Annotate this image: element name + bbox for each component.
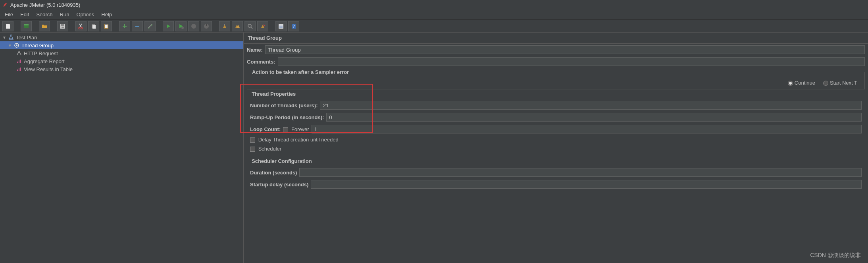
help-button[interactable]: ? [288,21,299,31]
paste-button[interactable] [101,21,112,31]
svg-rect-24 [17,62,18,63]
copy-button[interactable] [88,21,99,31]
svg-point-14 [191,24,196,29]
num-threads-input[interactable] [320,101,862,110]
thread-properties-fieldset: Thread Properties Number of Threads (use… [247,91,865,157]
menu-options[interactable]: Options [73,10,97,19]
svg-rect-11 [105,25,108,28]
checkbox-icon [283,127,288,132]
comments-input[interactable] [278,57,865,66]
stop-button[interactable] [188,21,199,31]
new-button[interactable] [2,21,13,31]
svg-rect-2 [24,24,29,25]
startup-row: Startup delay (seconds) [250,178,862,190]
menu-file[interactable]: File [2,10,16,19]
scheduler-checkbox[interactable]: Scheduler [250,146,281,152]
name-row: Name: [244,44,868,56]
tree-item-view-results[interactable]: View Results in Table [0,65,243,73]
cut-button[interactable] [75,21,87,31]
loop-row: Loop Count: Forever [250,123,862,135]
svg-rect-29 [20,68,21,71]
tree-panel: ▼ Test Plan ▼ Thread Group HTTP Request … [0,33,244,263]
svg-point-23 [19,51,20,52]
search-button[interactable] [244,21,256,31]
collapse-button[interactable] [132,21,143,31]
ramp-input[interactable] [326,113,862,122]
tree-item-label: Aggregate Report [24,58,65,64]
menubar: File Edit Search Run Options Help [0,10,868,20]
tree-item-label: Thread Group [21,43,54,48]
svg-rect-25 [19,60,19,63]
svg-point-13 [181,27,184,29]
startup-label: Startup delay (seconds) [250,182,308,188]
report-icon [16,66,22,72]
svg-point-22 [16,44,17,46]
toggle-button[interactable] [144,21,156,31]
duration-label: Duration (seconds) [250,170,297,176]
clear-all-button[interactable] [232,21,243,31]
tree-item-label: HTTP Request [24,50,58,56]
clear-button[interactable] [219,21,230,31]
content-panel: Thread Group Name: Comments: Action to b… [244,33,868,263]
beaker-icon [8,34,14,41]
duration-row: Duration (seconds) [250,166,862,178]
radio-start-next[interactable]: Start Next T [823,80,857,86]
thread-properties-legend: Thread Properties [250,91,297,97]
start-button[interactable] [163,21,174,31]
forever-checkbox[interactable]: Forever [283,126,309,132]
svg-rect-5 [62,27,64,28]
comments-row: Comments: [244,56,868,68]
expand-button[interactable] [119,21,130,31]
reset-search-button[interactable] [257,21,268,31]
toolbar: ? [0,20,868,33]
open-button[interactable] [39,21,50,31]
name-input[interactable] [265,45,865,54]
gear-icon [13,42,20,48]
loop-input[interactable] [312,125,862,133]
tree-item-http-request[interactable]: HTTP Request [0,49,243,57]
function-helper-button[interactable] [275,21,287,31]
report-icon [16,58,22,64]
watermark: CSDN @淡淡的说非 [810,252,861,259]
start-no-timers-button[interactable] [175,21,187,31]
radio-row: Continue Start Next T [250,77,861,86]
radio-icon [788,81,793,86]
svg-point-7 [81,27,83,29]
menu-search[interactable]: Search [33,10,56,19]
svg-point-17 [248,24,251,27]
tree-item-thread-group[interactable]: ▼ Thread Group [0,41,243,49]
svg-point-6 [79,27,80,29]
num-threads-label: Number of Threads (users): [250,102,318,108]
num-threads-row: Number of Threads (users): [250,99,862,111]
app-icon [2,2,8,8]
startup-input[interactable] [311,180,862,189]
tree-root[interactable]: ▼ Test Plan [0,33,243,41]
main-area: ▼ Test Plan ▼ Thread Group HTTP Request … [0,33,868,263]
tree-item-aggregate-report[interactable]: Aggregate Report [0,57,243,65]
action-fieldset: Action to be taken after a Sampler error… [247,69,865,89]
tree-item-label: View Results in Table [24,66,73,72]
shutdown-button[interactable] [201,21,212,31]
svg-rect-4 [61,24,64,26]
svg-text:?: ? [293,24,295,29]
svg-rect-16 [206,24,207,26]
duration-input[interactable] [299,168,862,177]
delay-checkbox[interactable]: Delay Thread creation until needed [250,137,339,143]
menu-help[interactable]: Help [98,10,115,19]
expand-icon: ▼ [8,43,12,48]
delay-row: Delay Thread creation until needed [250,135,862,144]
ramp-label: Ramp-Up Period (in seconds): [250,114,324,120]
scheduler-config-fieldset: Scheduler Configuration Duration (second… [247,158,865,193]
menu-edit[interactable]: Edit [17,10,32,19]
svg-rect-27 [17,70,18,71]
save-button[interactable] [57,21,68,31]
templates-button[interactable] [21,21,32,31]
svg-rect-12 [105,24,108,25]
menu-run[interactable]: Run [57,10,73,19]
titlebar: Apache JMeter (5.0 r1840935) [0,0,868,10]
svg-rect-26 [20,60,21,63]
tree-root-label: Test Plan [16,35,37,41]
radio-continue[interactable]: Continue [788,80,815,86]
action-legend: Action to be taken after a Sampler error [250,69,350,75]
scheduler-row: Scheduler [250,144,862,153]
